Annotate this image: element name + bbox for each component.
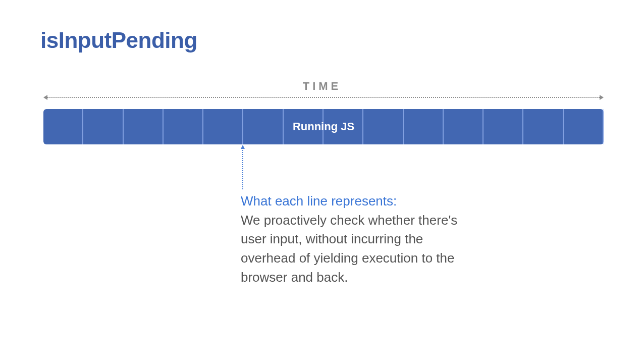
bar-segment xyxy=(83,109,123,144)
page-title: isInputPending xyxy=(40,28,197,53)
bar-segment xyxy=(564,109,604,144)
bar-segment xyxy=(363,109,403,144)
bar-segment xyxy=(243,109,283,144)
bar-segment xyxy=(284,109,324,144)
time-axis-label: TIME xyxy=(0,80,644,93)
bar-segment xyxy=(404,109,444,144)
bar-segment xyxy=(43,109,83,144)
caption-lead: What each line represents: xyxy=(241,193,397,209)
bar-segment xyxy=(484,109,523,144)
slide: isInputPending TIME Running JS What each… xyxy=(0,0,644,362)
bar-segment xyxy=(324,109,363,144)
bar-segment xyxy=(523,109,563,144)
running-js-bar: Running JS xyxy=(43,109,604,144)
bar-segment xyxy=(124,109,164,144)
arrow-right-icon xyxy=(600,95,604,100)
arrow-left-icon xyxy=(43,95,47,100)
callout-pointer xyxy=(242,148,244,189)
bar-segment xyxy=(164,109,203,144)
bar-segment xyxy=(444,109,484,144)
caption-body: We proactively check whether there's use… xyxy=(241,213,457,285)
caption: What each line represents: We proactivel… xyxy=(241,192,458,287)
arrow-up-icon xyxy=(241,145,245,149)
arrow-shaft xyxy=(47,97,600,98)
bar-segment xyxy=(203,109,243,144)
time-axis-arrow xyxy=(43,95,604,100)
